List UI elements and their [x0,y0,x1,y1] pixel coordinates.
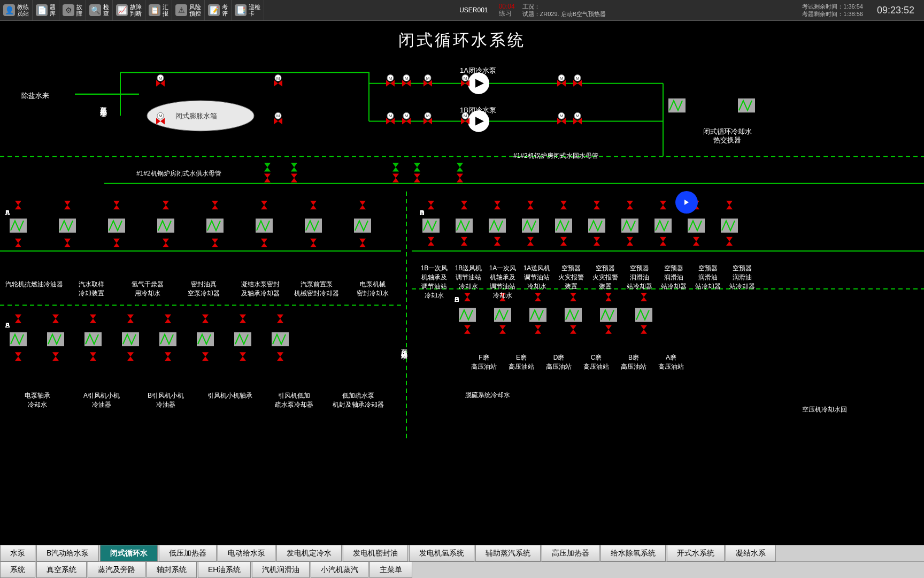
toolbar-btn-1[interactable]: 📄题 库 [33,0,59,20]
compressor-return-label: 空压机冷却水回 [802,405,847,414]
tab-闭式循环水[interactable]: 闭式循环水 [100,545,158,561]
unit-caption: 空预器 润滑油 站冷却器 [691,264,725,300]
pid-diagram[interactable]: M .g{stroke:#0c0;stroke-width:2;fill:non… [0,51,924,541]
tab-给水除氧系统[interactable]: 给水除氧系统 [600,545,666,561]
tab-轴封系统[interactable]: 轴封系统 [147,562,197,578]
toolbar-icon: 🔍 [89,4,101,16]
unit-caption: 空预器 润滑油 站冷却器 [622,264,657,300]
tab-凝结水系[interactable]: 凝结水系 [726,545,776,561]
toolbar-icon: 📄 [36,4,48,16]
toolbar-icon: 📑 [235,4,247,16]
cursor-indicator [675,191,698,214]
unit-caption: 空预器 润滑油 站冷却器 [725,264,759,300]
page-title: 闭式循环水系统 [0,29,924,51]
toolbar-btn-5[interactable]: 📋汇 报 [145,0,172,20]
unit-caption: B引风机小机 冷油器 [134,391,198,409]
tab-主菜单[interactable]: 主菜单 [369,562,412,578]
tab-B汽动给水泵[interactable]: B汽动给水泵 [36,545,99,561]
bottom-tabs: 水泵B汽动给水泵闭式循环水低压加热器电动给水泵发电机定冷水发电机密封油发电机氢系… [0,545,924,578]
pump-1a-label: 1A闭冷水泵 [460,66,496,75]
pump-1b-label: 1B闭冷水泵 [460,105,496,115]
unit-letter: A [420,209,424,217]
deion-water-label: 除盐水来 [21,91,49,101]
toolbar-btn-8[interactable]: 📑巡检 卡 [232,0,264,20]
tab-发电机定冷水[interactable]: 发电机定冷水 [276,545,342,561]
expansion-tank-label: 闭式膨胀水箱 [175,111,217,121]
unit-caption: 1A送风机 调节油站 冷却水 [520,264,554,300]
supply-header-label: #1#2机锅炉房闭式水供水母管 [136,169,221,178]
unit-caption: 电泵轴承 冷却水 [5,391,70,409]
unit-caption: 汽轮机抗燃油冷油器 [5,280,63,298]
unit-caption: D磨 高压油站 [540,353,578,371]
hx-label-2: 热交换器 [684,135,770,145]
unit-caption: 密封油真 空泵冷却器 [176,280,232,298]
unit-caption: F磨 高压油站 [465,353,503,371]
tab-电动给水泵[interactable]: 电动给水泵 [218,545,275,561]
tab-低压加热器[interactable]: 低压加热器 [159,545,217,561]
time-block: 考试剩余时间：1:36:54 考题剩余时间：1:38:56 [798,3,867,18]
tab-水泵[interactable]: 水泵 [0,545,35,561]
unit-caption: 1B一次风 机轴承及 调节油站 冷却水 [417,264,451,300]
info-block: 工况： 试题：ZR029. 启动B空气预热器 [518,3,610,18]
toolbar-btn-4[interactable]: 📈故障 判断 [113,0,145,20]
tab-蒸汽及旁路[interactable]: 蒸汽及旁路 [88,562,145,578]
clock: 09:23:52 [867,5,924,16]
unit-caption: 1A一次风 机轴承及 调节油站 冷却水 [486,264,520,300]
unit-caption: 引风机低加 疏水泵冷却器 [262,391,326,409]
tab-真空系统[interactable]: 真空系统 [36,562,87,578]
unit-caption: 引风机小机轴承 [198,391,262,409]
unit-caption: 电泵机械 密封冷却水 [345,280,401,298]
unit-caption: A引风机小机 冷油器 [70,391,134,409]
tab-小汽机蒸汽[interactable]: 小汽机蒸汽 [311,562,368,578]
tab-发电机密封油[interactable]: 发电机密封油 [343,545,408,561]
unit-caption: 汽泵前置泵 机械密封冷却器 [288,280,344,298]
desulf-label: 脱硫系统冷却水 [465,391,510,400]
toolbar-btn-0[interactable]: 👤教练 员站 [0,0,33,20]
unit-caption: C磨 高压油站 [578,353,615,371]
unit-letter: A [5,322,10,329]
tab-EH油系统[interactable]: EH油系统 [198,562,251,578]
unit-caption: A磨 高压油站 [652,353,690,371]
toolbar-btn-6[interactable]: ⚠风险 预控 [172,0,205,20]
toolbar-icon: 📋 [149,4,160,16]
air-compressor-label: 至空压机房冷却水 [399,344,409,348]
unit-caption: 氢气干燥器 用冷却水 [119,280,175,298]
unit-caption: 低加疏水泵 机封及轴承冷却器 [326,391,390,409]
toolbar-icon: ⚠ [175,4,187,16]
unit-letter: A [5,209,10,217]
unit-caption: 空预器 火灾报警 装置 [588,264,622,300]
top-toolbar: 👤教练 员站📄题 库⚙故 障🔍检 查📈故障 判断📋汇 报⚠风险 预控📝考 评📑巡… [0,0,924,21]
tab-发电机氢系统[interactable]: 发电机氢系统 [409,545,474,561]
unit-caption: 空预器 火灾报警 装置 [554,264,588,300]
toolbar-icon: ⚙ [63,4,74,16]
toolbar-icon: 📝 [208,4,220,16]
drain-header-label: 至无压放水母管 [98,102,108,105]
tab-开式水系统[interactable]: 开式水系统 [667,545,725,561]
tab-汽机润滑油[interactable]: 汽机润滑油 [252,562,310,578]
toolbar-icon: 📈 [116,4,128,16]
unit-caption: 1B送风机 调节油站 冷却水 [451,264,486,300]
tab-高压加热器[interactable]: 高压加热器 [542,545,599,561]
tab-系统[interactable]: 系统 [0,562,35,578]
unit-caption: B磨 高压油站 [615,353,652,371]
unit-caption: 空预器 润滑油 站冷却器 [657,264,691,300]
toolbar-btn-7[interactable]: 📝考 评 [205,0,232,20]
toolbar-icon: 👤 [3,4,15,16]
mode-label: 练习 [496,10,518,17]
unit-caption: E磨 高压油站 [503,353,540,371]
return-header-label: #1#2机锅炉房闭式水回水母管 [513,151,598,161]
toolbar-btn-3[interactable]: 🔍检 查 [86,0,113,20]
user-id: USER001 [452,6,495,14]
tab-辅助蒸汽系统[interactable]: 辅助蒸汽系统 [475,545,541,561]
unit-caption: 汽水取样 冷却装置 [63,280,119,298]
unit-caption: 凝结水泵密封 及轴承冷却器 [232,280,288,298]
toolbar-btn-2[interactable]: ⚙故 障 [59,0,86,20]
